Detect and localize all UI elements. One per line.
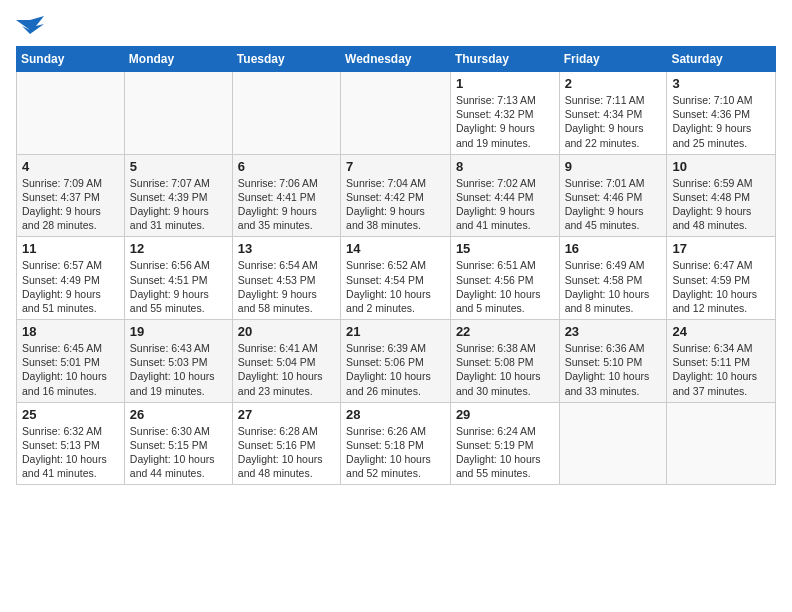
calendar-cell: 23Sunrise: 6:36 AM Sunset: 5:10 PM Dayli… xyxy=(559,320,667,403)
logo xyxy=(16,16,48,38)
day-info: Sunrise: 6:39 AM Sunset: 5:06 PM Dayligh… xyxy=(346,341,445,398)
day-number: 18 xyxy=(22,324,119,339)
day-number: 2 xyxy=(565,76,662,91)
day-info: Sunrise: 7:11 AM Sunset: 4:34 PM Dayligh… xyxy=(565,93,662,150)
day-number: 28 xyxy=(346,407,445,422)
weekday-header-tuesday: Tuesday xyxy=(232,47,340,72)
calendar-table: SundayMondayTuesdayWednesdayThursdayFrid… xyxy=(16,46,776,485)
calendar-cell xyxy=(17,72,125,155)
calendar-week-5: 25Sunrise: 6:32 AM Sunset: 5:13 PM Dayli… xyxy=(17,402,776,485)
calendar-cell: 13Sunrise: 6:54 AM Sunset: 4:53 PM Dayli… xyxy=(232,237,340,320)
calendar-week-4: 18Sunrise: 6:45 AM Sunset: 5:01 PM Dayli… xyxy=(17,320,776,403)
weekday-header-friday: Friday xyxy=(559,47,667,72)
day-number: 21 xyxy=(346,324,445,339)
weekday-header-thursday: Thursday xyxy=(450,47,559,72)
day-info: Sunrise: 6:26 AM Sunset: 5:18 PM Dayligh… xyxy=(346,424,445,481)
calendar-cell: 15Sunrise: 6:51 AM Sunset: 4:56 PM Dayli… xyxy=(450,237,559,320)
calendar-cell: 28Sunrise: 6:26 AM Sunset: 5:18 PM Dayli… xyxy=(341,402,451,485)
day-number: 7 xyxy=(346,159,445,174)
weekday-header-saturday: Saturday xyxy=(667,47,776,72)
day-number: 8 xyxy=(456,159,554,174)
svg-marker-0 xyxy=(16,16,44,34)
day-number: 4 xyxy=(22,159,119,174)
calendar-cell: 5Sunrise: 7:07 AM Sunset: 4:39 PM Daylig… xyxy=(124,154,232,237)
weekday-header-wednesday: Wednesday xyxy=(341,47,451,72)
day-info: Sunrise: 6:30 AM Sunset: 5:15 PM Dayligh… xyxy=(130,424,227,481)
day-info: Sunrise: 6:38 AM Sunset: 5:08 PM Dayligh… xyxy=(456,341,554,398)
calendar-cell: 20Sunrise: 6:41 AM Sunset: 5:04 PM Dayli… xyxy=(232,320,340,403)
day-info: Sunrise: 7:02 AM Sunset: 4:44 PM Dayligh… xyxy=(456,176,554,233)
day-number: 1 xyxy=(456,76,554,91)
day-info: Sunrise: 6:41 AM Sunset: 5:04 PM Dayligh… xyxy=(238,341,335,398)
day-number: 19 xyxy=(130,324,227,339)
day-info: Sunrise: 6:56 AM Sunset: 4:51 PM Dayligh… xyxy=(130,258,227,315)
day-number: 14 xyxy=(346,241,445,256)
calendar-cell: 1Sunrise: 7:13 AM Sunset: 4:32 PM Daylig… xyxy=(450,72,559,155)
day-info: Sunrise: 7:09 AM Sunset: 4:37 PM Dayligh… xyxy=(22,176,119,233)
day-number: 29 xyxy=(456,407,554,422)
day-info: Sunrise: 7:10 AM Sunset: 4:36 PM Dayligh… xyxy=(672,93,770,150)
calendar-week-2: 4Sunrise: 7:09 AM Sunset: 4:37 PM Daylig… xyxy=(17,154,776,237)
calendar-cell xyxy=(667,402,776,485)
day-info: Sunrise: 7:07 AM Sunset: 4:39 PM Dayligh… xyxy=(130,176,227,233)
calendar-cell: 19Sunrise: 6:43 AM Sunset: 5:03 PM Dayli… xyxy=(124,320,232,403)
day-number: 9 xyxy=(565,159,662,174)
day-info: Sunrise: 6:47 AM Sunset: 4:59 PM Dayligh… xyxy=(672,258,770,315)
calendar-cell: 27Sunrise: 6:28 AM Sunset: 5:16 PM Dayli… xyxy=(232,402,340,485)
day-info: Sunrise: 6:52 AM Sunset: 4:54 PM Dayligh… xyxy=(346,258,445,315)
day-info: Sunrise: 7:04 AM Sunset: 4:42 PM Dayligh… xyxy=(346,176,445,233)
day-info: Sunrise: 6:49 AM Sunset: 4:58 PM Dayligh… xyxy=(565,258,662,315)
day-info: Sunrise: 6:24 AM Sunset: 5:19 PM Dayligh… xyxy=(456,424,554,481)
calendar-cell: 2Sunrise: 7:11 AM Sunset: 4:34 PM Daylig… xyxy=(559,72,667,155)
day-number: 26 xyxy=(130,407,227,422)
day-number: 13 xyxy=(238,241,335,256)
calendar-cell: 18Sunrise: 6:45 AM Sunset: 5:01 PM Dayli… xyxy=(17,320,125,403)
calendar-cell: 4Sunrise: 7:09 AM Sunset: 4:37 PM Daylig… xyxy=(17,154,125,237)
calendar-cell: 26Sunrise: 6:30 AM Sunset: 5:15 PM Dayli… xyxy=(124,402,232,485)
calendar-cell xyxy=(341,72,451,155)
calendar-cell: 12Sunrise: 6:56 AM Sunset: 4:51 PM Dayli… xyxy=(124,237,232,320)
day-info: Sunrise: 6:32 AM Sunset: 5:13 PM Dayligh… xyxy=(22,424,119,481)
day-number: 23 xyxy=(565,324,662,339)
day-info: Sunrise: 6:34 AM Sunset: 5:11 PM Dayligh… xyxy=(672,341,770,398)
calendar-cell: 22Sunrise: 6:38 AM Sunset: 5:08 PM Dayli… xyxy=(450,320,559,403)
day-info: Sunrise: 6:57 AM Sunset: 4:49 PM Dayligh… xyxy=(22,258,119,315)
page-header xyxy=(16,16,776,38)
calendar-cell: 25Sunrise: 6:32 AM Sunset: 5:13 PM Dayli… xyxy=(17,402,125,485)
day-info: Sunrise: 6:54 AM Sunset: 4:53 PM Dayligh… xyxy=(238,258,335,315)
day-number: 24 xyxy=(672,324,770,339)
calendar-week-3: 11Sunrise: 6:57 AM Sunset: 4:49 PM Dayli… xyxy=(17,237,776,320)
day-info: Sunrise: 7:06 AM Sunset: 4:41 PM Dayligh… xyxy=(238,176,335,233)
weekday-header-row: SundayMondayTuesdayWednesdayThursdayFrid… xyxy=(17,47,776,72)
logo-icon xyxy=(16,16,44,38)
day-info: Sunrise: 6:45 AM Sunset: 5:01 PM Dayligh… xyxy=(22,341,119,398)
day-number: 27 xyxy=(238,407,335,422)
day-number: 3 xyxy=(672,76,770,91)
day-info: Sunrise: 6:28 AM Sunset: 5:16 PM Dayligh… xyxy=(238,424,335,481)
calendar-header: SundayMondayTuesdayWednesdayThursdayFrid… xyxy=(17,47,776,72)
day-info: Sunrise: 6:51 AM Sunset: 4:56 PM Dayligh… xyxy=(456,258,554,315)
day-number: 10 xyxy=(672,159,770,174)
calendar-cell xyxy=(124,72,232,155)
day-info: Sunrise: 7:13 AM Sunset: 4:32 PM Dayligh… xyxy=(456,93,554,150)
day-info: Sunrise: 6:43 AM Sunset: 5:03 PM Dayligh… xyxy=(130,341,227,398)
calendar-cell: 24Sunrise: 6:34 AM Sunset: 5:11 PM Dayli… xyxy=(667,320,776,403)
day-info: Sunrise: 6:36 AM Sunset: 5:10 PM Dayligh… xyxy=(565,341,662,398)
calendar-body: 1Sunrise: 7:13 AM Sunset: 4:32 PM Daylig… xyxy=(17,72,776,485)
day-number: 17 xyxy=(672,241,770,256)
calendar-week-1: 1Sunrise: 7:13 AM Sunset: 4:32 PM Daylig… xyxy=(17,72,776,155)
calendar-cell: 3Sunrise: 7:10 AM Sunset: 4:36 PM Daylig… xyxy=(667,72,776,155)
day-number: 15 xyxy=(456,241,554,256)
day-number: 16 xyxy=(565,241,662,256)
calendar-cell: 8Sunrise: 7:02 AM Sunset: 4:44 PM Daylig… xyxy=(450,154,559,237)
calendar-cell: 7Sunrise: 7:04 AM Sunset: 4:42 PM Daylig… xyxy=(341,154,451,237)
day-info: Sunrise: 7:01 AM Sunset: 4:46 PM Dayligh… xyxy=(565,176,662,233)
day-number: 12 xyxy=(130,241,227,256)
calendar-cell: 14Sunrise: 6:52 AM Sunset: 4:54 PM Dayli… xyxy=(341,237,451,320)
calendar-cell: 29Sunrise: 6:24 AM Sunset: 5:19 PM Dayli… xyxy=(450,402,559,485)
day-number: 11 xyxy=(22,241,119,256)
calendar-cell: 16Sunrise: 6:49 AM Sunset: 4:58 PM Dayli… xyxy=(559,237,667,320)
day-number: 6 xyxy=(238,159,335,174)
day-number: 22 xyxy=(456,324,554,339)
calendar-cell: 21Sunrise: 6:39 AM Sunset: 5:06 PM Dayli… xyxy=(341,320,451,403)
